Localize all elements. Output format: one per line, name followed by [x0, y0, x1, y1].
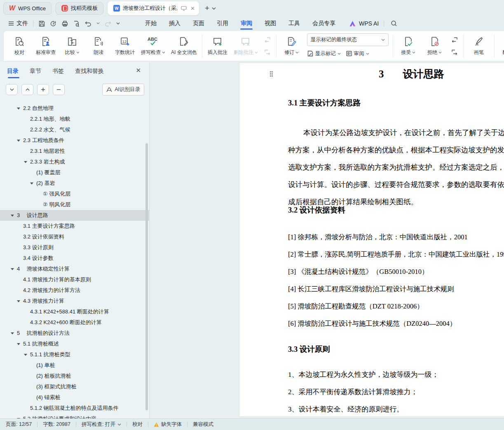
tab-docer-templates[interactable]: 找稻壳模板: [56, 2, 103, 15]
toc-item[interactable]: 3.2 设计依据资料: [0, 231, 149, 242]
sidebar-scrollbar[interactable]: [145, 143, 148, 410]
tab-chapters[interactable]: 章节: [30, 62, 41, 81]
menu-item-6[interactable]: 工具: [288, 16, 300, 30]
word-count-indicator[interactable]: 字数: 20987: [43, 421, 70, 428]
compatibility-mode[interactable]: 兼容模式: [193, 421, 213, 428]
toc-item[interactable]: 2.2.1 地形、地貌: [0, 114, 149, 124]
expand-arrow-icon[interactable]: [17, 108, 20, 110]
tab-toc[interactable]: 目录: [7, 62, 19, 81]
toc-item[interactable]: (1) 覆盖层: [0, 167, 149, 178]
markup-state-select[interactable]: 显示标记的最终状态: [307, 33, 389, 46]
toc-item[interactable]: 4.3.1 K242+588.41 断面处的计算: [0, 306, 149, 317]
translate-button[interactable]: 文A 翻译: [497, 33, 504, 59]
collapse-all-button[interactable]: [53, 84, 65, 95]
expand-arrow-icon[interactable]: [11, 268, 14, 270]
toc-item[interactable]: 4.2 滑坡推力的计算方法: [0, 285, 149, 296]
expand-down-button[interactable]: [6, 84, 18, 95]
toc-item[interactable]: (4) 锚索桩: [0, 392, 149, 403]
menu-item-7[interactable]: 会员专享: [312, 16, 335, 30]
ai-recognize-toc-button[interactable]: AI识别目录: [102, 84, 144, 96]
expand-arrow-icon[interactable]: [17, 140, 20, 142]
search-icon[interactable]: [391, 20, 397, 27]
previous-change-icon[interactable]: [449, 35, 460, 45]
expand-all-button[interactable]: [37, 84, 49, 95]
toc-item[interactable]: (3) 框架式抗滑桩: [0, 381, 149, 392]
menu-item-0[interactable]: 开始: [145, 16, 157, 30]
redo-icon[interactable]: [104, 21, 112, 27]
undo-history-chevron-icon[interactable]: [96, 22, 100, 25]
compare-button[interactable]: 比较: [59, 33, 85, 59]
menu-item-3[interactable]: 引用: [217, 16, 228, 30]
tab-find-replace[interactable]: 查找和替换: [75, 62, 104, 81]
expand-arrow-icon[interactable]: [17, 343, 20, 345]
file-menu-button[interactable]: 文件: [8, 20, 28, 27]
toc-item[interactable]: (2) 基岩: [0, 178, 149, 189]
tab-wps-office[interactable]: W WPS Office: [3, 2, 52, 15]
toc-item[interactable]: 2.3.1 地层岩性: [0, 146, 149, 157]
page-indicator[interactable]: 页面: 12/57: [6, 421, 32, 428]
toc-item[interactable]: 4.3 滑坡推力计算: [0, 296, 149, 306]
expand-arrow-icon[interactable]: [11, 215, 14, 217]
accept-change-button[interactable]: 接受: [395, 33, 422, 59]
toc-item[interactable]: 3 设计思路: [0, 210, 149, 221]
tab-bookmarks[interactable]: 书签: [52, 62, 64, 81]
expand-arrow-icon[interactable]: [17, 300, 20, 302]
menu-item-2[interactable]: 页面: [193, 16, 204, 30]
toc-item[interactable]: 5.2 抗滑桩设计要求和设计内容: [0, 414, 149, 418]
toc-item[interactable]: 3.1 主要设计方案思路: [0, 221, 149, 231]
print-preview-icon[interactable]: [73, 20, 80, 27]
proofread-status[interactable]: 校对: [132, 421, 143, 428]
toc-item[interactable]: 4.1 滑坡推力计算的基本原则: [0, 274, 149, 285]
expand-arrow-icon[interactable]: [24, 354, 27, 356]
toc-item[interactable]: (1) 单桩: [0, 360, 149, 371]
close-sidebar-icon[interactable]: ✕: [136, 67, 141, 73]
spell-check-button[interactable]: ABC 拼写检查: [138, 33, 168, 59]
expand-arrow-icon[interactable]: [11, 332, 14, 334]
toc-item[interactable]: 2.3 工程地质条件: [0, 135, 149, 146]
previous-comment-icon[interactable]: [262, 35, 273, 45]
menu-item-1[interactable]: 插入: [169, 16, 181, 30]
missing-font-warning[interactable]: 缺失字体: [154, 421, 182, 428]
wps-ai-button[interactable]: WPS AI: [349, 20, 379, 27]
toc-item[interactable]: 2.3.3 岩土构成: [0, 157, 149, 167]
screen-mode-icon[interactable]: [181, 6, 187, 11]
toolbar-chevron-icon[interactable]: [116, 22, 120, 25]
toc-item[interactable]: 5.1 抗滑桩概述: [0, 339, 149, 349]
document-page[interactable]: 3设计思路 3.1 主要设计方案思路 本设计为某公路边坡支护设计，在设计之前，首…: [239, 63, 504, 417]
proofread-button[interactable]: 校对: [6, 33, 33, 59]
next-change-icon[interactable]: [449, 47, 460, 57]
expand-arrow-icon[interactable]: [30, 182, 33, 185]
toc-item[interactable]: 2.2 自然地理: [0, 103, 149, 114]
save-icon[interactable]: [38, 20, 45, 27]
insert-comment-button[interactable]: 插入批注: [204, 33, 231, 59]
collapse-up-button[interactable]: [21, 84, 33, 95]
tab-list-chevron-icon[interactable]: [212, 7, 216, 10]
toc-item[interactable]: ① 强风化层: [0, 189, 149, 199]
output-pdf-icon[interactable]: [50, 20, 57, 27]
menu-item-4[interactable]: 审阅: [241, 16, 252, 30]
print-icon[interactable]: [61, 20, 68, 27]
read-aloud-button[interactable]: 朗读: [85, 33, 112, 59]
toc-item[interactable]: 5.1.1 抗滑桩类型: [0, 349, 149, 360]
standard-review-button[interactable]: 标准审查: [33, 33, 59, 59]
new-tab-button[interactable]: +: [205, 4, 209, 13]
next-comment-icon[interactable]: [262, 47, 273, 57]
show-markup-button[interactable]: 显示标记: [307, 49, 341, 58]
review-options-button[interactable]: 审阅: [346, 49, 369, 58]
menu-item-5[interactable]: 视图: [265, 16, 276, 30]
track-changes-button[interactable]: 修订: [279, 33, 305, 59]
toc-item[interactable]: ② 弱风化层: [0, 199, 149, 210]
toc-item[interactable]: (2) 桩板抗滑桩: [0, 371, 149, 381]
reject-change-button[interactable]: 拒绝: [422, 33, 448, 59]
toc-item[interactable]: 3.3 设计原则: [0, 242, 149, 253]
toc-item[interactable]: 5.1.2 钢筋混凝土桩的特点及适用条件: [0, 403, 149, 414]
toc-item[interactable]: 4 滑坡体稳定性计算: [0, 264, 149, 274]
brush-button[interactable]: 画笔: [466, 33, 492, 59]
expand-arrow-icon[interactable]: [24, 161, 27, 163]
toc-item[interactable]: 4.3.2 K242+600 断面处的计算: [0, 317, 149, 328]
delete-comment-button[interactable]: 删除批注: [231, 33, 261, 59]
toc-item[interactable]: 2.2.2 水文、气候: [0, 124, 149, 135]
close-tab-icon[interactable]: ✕: [190, 5, 195, 12]
toc-item[interactable]: 5 抗滑桩的设计方法: [0, 328, 149, 339]
spellcheck-status[interactable]: 拼写检查: 打开: [82, 421, 121, 428]
